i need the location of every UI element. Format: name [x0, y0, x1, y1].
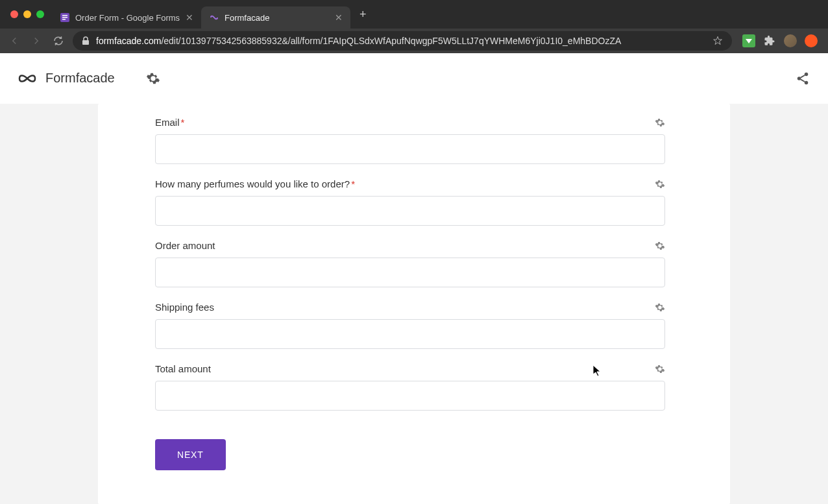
field-settings-button[interactable] [655, 179, 665, 189]
formfacade-icon [209, 12, 219, 23]
svg-point-7 [805, 80, 809, 84]
svg-rect-4 [82, 40, 89, 45]
share-button[interactable] [796, 71, 810, 86]
lock-icon [82, 36, 90, 45]
svg-rect-3 [62, 19, 66, 20]
field-settings-button[interactable] [655, 117, 665, 128]
google-forms-icon [60, 12, 70, 23]
maximize-window-button[interactable] [36, 10, 44, 18]
field-settings-button[interactable] [655, 241, 665, 251]
field-label: Total amount [155, 363, 211, 374]
bookmark-star-icon[interactable] [712, 36, 723, 46]
required-indicator: * [181, 117, 185, 128]
address-bar[interactable]: formfacade.com/edit/10139775342563885932… [73, 31, 732, 51]
settings-button[interactable] [146, 71, 160, 86]
extension-icons [738, 34, 822, 47]
toolbar: formfacade.com/edit/10139775342563885932… [0, 29, 828, 53]
logo-block: Formfacade [18, 71, 160, 86]
back-button[interactable] [6, 33, 22, 49]
url-text: formfacade.com/edit/10139775342563885932… [96, 36, 706, 46]
tab-google-forms[interactable]: Order Form - Google Forms ✕ [52, 6, 201, 29]
svg-rect-2 [62, 17, 67, 18]
svg-rect-1 [62, 15, 67, 16]
total-input[interactable] [155, 381, 665, 411]
extension-icon[interactable] [742, 34, 755, 47]
shipping-input[interactable] [155, 319, 665, 349]
order-amount-input[interactable] [155, 258, 665, 287]
profile-avatar[interactable] [784, 34, 797, 47]
close-icon[interactable]: ✕ [335, 12, 343, 23]
extensions-menu-icon[interactable] [763, 34, 776, 47]
window-controls [6, 10, 52, 18]
tab-formfacade[interactable]: Formfacade ✕ [201, 6, 350, 29]
required-indicator: * [351, 178, 355, 189]
field-quantity: How many perfumes would you like to orde… [155, 178, 665, 226]
minimize-window-button[interactable] [23, 10, 31, 18]
close-window-button[interactable] [10, 10, 18, 18]
email-input[interactable] [155, 134, 665, 164]
field-total: Total amount [155, 363, 665, 411]
reload-button[interactable] [51, 33, 66, 49]
tab-title: Order Form - Google Forms [75, 13, 180, 23]
new-tab-button[interactable]: + [350, 8, 376, 21]
browser-chrome: Order Form - Google Forms ✕ Formfacade ✕… [0, 0, 828, 53]
field-label: Shipping fees [155, 302, 214, 313]
app-content: Formfacade Email* [0, 53, 828, 504]
field-shipping: Shipping fees [155, 302, 665, 349]
close-icon[interactable]: ✕ [186, 12, 193, 23]
tab-title: Formfacade [225, 13, 330, 23]
field-email: Email* [155, 117, 665, 164]
field-label: How many perfumes would you like to orde… [155, 178, 355, 189]
formfacade-logo-icon [18, 71, 36, 86]
field-order-amount: Order amount [155, 240, 665, 287]
brand-name: Formfacade [45, 71, 115, 86]
quantity-input[interactable] [155, 196, 665, 226]
app-body: Email* How many perfumes would you like … [0, 104, 828, 504]
field-label: Email* [155, 117, 184, 128]
form-card: Email* How many perfumes would you like … [98, 104, 730, 504]
svg-point-5 [805, 72, 809, 76]
app-header: Formfacade [0, 53, 828, 104]
tab-bar: Order Form - Google Forms ✕ Formfacade ✕… [0, 0, 828, 29]
field-label: Order amount [155, 240, 215, 251]
field-settings-button[interactable] [655, 302, 665, 313]
svg-point-6 [798, 77, 801, 80]
field-settings-button[interactable] [655, 364, 665, 374]
forward-button[interactable] [29, 33, 44, 49]
next-button[interactable]: NEXT [155, 439, 226, 470]
extension-icon[interactable] [805, 34, 818, 47]
